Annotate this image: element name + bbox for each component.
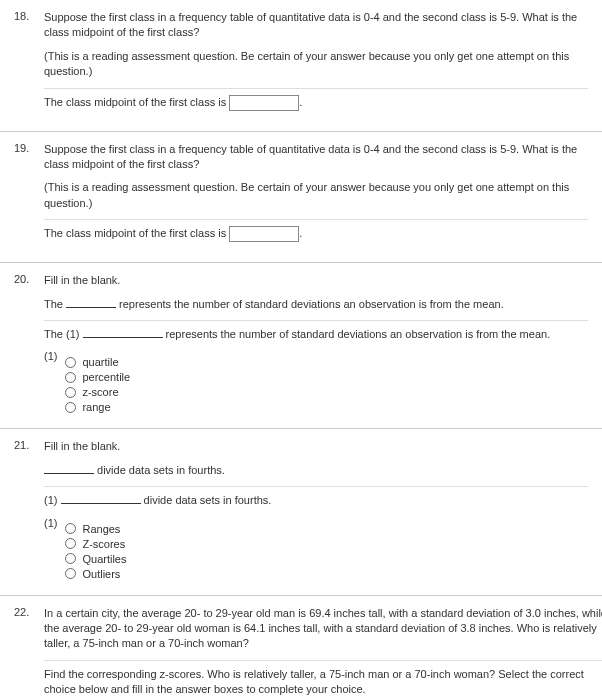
restated-sentence: (1) divide data sets in fourths. <box>44 493 588 508</box>
radio-icon <box>65 402 76 413</box>
radio-icon <box>65 372 76 383</box>
radio-option-zscores[interactable]: Z-scores <box>65 538 126 550</box>
question-prompt: Suppose the first class in a frequency t… <box>44 142 588 173</box>
blank <box>66 307 116 308</box>
radio-option-ranges[interactable]: Ranges <box>65 523 126 535</box>
radio-option-outliers[interactable]: Outliers <box>65 568 126 580</box>
question-number: 22. <box>14 606 34 700</box>
blank <box>83 337 163 338</box>
question-prompt: In a certain city, the average 20- to 29… <box>44 606 602 652</box>
question-title: Fill in the blank. <box>44 439 588 454</box>
question-note: (This is a reading assessment question. … <box>44 49 588 80</box>
radio-icon <box>65 568 76 579</box>
radio-option-quartiles[interactable]: Quartiles <box>65 553 126 565</box>
question-prompt: Suppose the first class in a frequency t… <box>44 10 588 41</box>
restated-sentence: The (1) represents the number of standar… <box>44 327 588 342</box>
radio-option-range[interactable]: range <box>65 401 130 413</box>
radio-option-quartile[interactable]: quartile <box>65 356 130 368</box>
radio-option-percentile[interactable]: percentile <box>65 371 130 383</box>
answer-input[interactable] <box>229 226 299 242</box>
question-21: 21. Fill in the blank. divide data sets … <box>0 429 602 595</box>
radio-icon <box>65 553 76 564</box>
radio-icon <box>65 523 76 534</box>
answer-line: The class midpoint of the first class is… <box>44 95 588 111</box>
question-22: 22. In a certain city, the average 20- t… <box>0 596 602 700</box>
question-18: 18. Suppose the first class in a frequen… <box>0 0 602 132</box>
option-group-label: (1) <box>44 517 57 583</box>
question-number: 18. <box>14 10 34 119</box>
question-number: 19. <box>14 142 34 251</box>
radio-icon <box>65 538 76 549</box>
blank-sentence: divide data sets in fourths. <box>44 463 588 478</box>
blank <box>44 473 94 474</box>
blank <box>61 503 141 504</box>
question-note: (This is a reading assessment question. … <box>44 180 588 211</box>
question-number: 20. <box>14 273 34 416</box>
radio-icon <box>65 387 76 398</box>
answer-input[interactable] <box>229 95 299 111</box>
radio-option-zscore[interactable]: z-score <box>65 386 130 398</box>
blank-sentence: The represents the number of standard de… <box>44 297 588 312</box>
question-20: 20. Fill in the blank. The represents th… <box>0 263 602 429</box>
question-title: Fill in the blank. <box>44 273 588 288</box>
question-instruction: Find the corresponding z-scores. Who is … <box>44 667 602 698</box>
option-group-label: (1) <box>44 350 57 416</box>
question-number: 21. <box>14 439 34 582</box>
question-19: 19. Suppose the first class in a frequen… <box>0 132 602 264</box>
radio-icon <box>65 357 76 368</box>
answer-line: The class midpoint of the first class is… <box>44 226 588 242</box>
